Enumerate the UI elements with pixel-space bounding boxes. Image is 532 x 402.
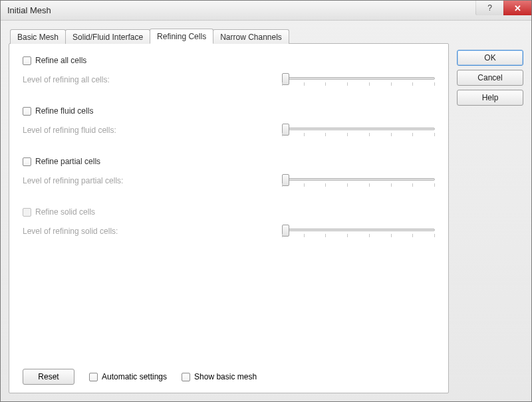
tab-refining-cells[interactable]: Refining Cells bbox=[150, 29, 213, 44]
refine-solid-cells-group: Refine solid cells Level of refining sol… bbox=[23, 207, 435, 239]
automatic-settings-checkbox[interactable] bbox=[89, 373, 98, 381]
slider-ticks bbox=[282, 133, 435, 137]
reset-button-label: Reset bbox=[38, 372, 59, 381]
help-icon: ? bbox=[487, 3, 492, 13]
refine-all-cells-group: Refine all cells Level of refining all c… bbox=[23, 56, 435, 88]
show-basic-mesh-checkbox[interactable] bbox=[182, 373, 190, 381]
tab-narrow-channels[interactable]: Narrow Channels bbox=[213, 29, 289, 44]
slider-track bbox=[282, 178, 435, 181]
refine-solid-cells-label: Refine solid cells bbox=[35, 207, 95, 217]
window-title: Initial Mesh bbox=[7, 5, 51, 15]
slider-track bbox=[282, 128, 435, 130]
refine-partial-cells-slider[interactable] bbox=[282, 173, 435, 189]
tab-panel-refining-cells: Refine all cells Level of refining all c… bbox=[9, 43, 449, 393]
titlebar-help-button[interactable]: ? bbox=[475, 1, 503, 15]
refine-all-cells-checkbox[interactable] bbox=[23, 56, 31, 65]
help-button[interactable]: Help bbox=[457, 90, 523, 106]
slider-track bbox=[282, 77, 435, 80]
refine-partial-cells-label: Refine partial cells bbox=[35, 157, 100, 166]
refine-fluid-cells-slider[interactable] bbox=[282, 122, 435, 138]
titlebar-controls: ? ✕ bbox=[475, 1, 531, 15]
side-buttons: OK Cancel Help bbox=[457, 27, 523, 393]
automatic-settings-checkbox-wrap[interactable]: Automatic settings bbox=[89, 372, 167, 381]
refine-fluid-cells-group: Refine fluid cells Level of refining flu… bbox=[23, 106, 435, 138]
titlebar-close-button[interactable]: ✕ bbox=[503, 1, 531, 15]
refine-solid-cells-level-label: Level of refining solid cells: bbox=[23, 227, 118, 236]
refine-all-cells-label: Refine all cells bbox=[35, 56, 86, 65]
refine-partial-cells-level-label: Level of refining partial cells: bbox=[23, 176, 123, 185]
close-icon: ✕ bbox=[514, 3, 521, 13]
show-basic-mesh-label: Show basic mesh bbox=[194, 372, 257, 381]
slider-ticks bbox=[282, 82, 435, 86]
refine-fluid-cells-checkbox[interactable] bbox=[23, 107, 31, 116]
show-basic-mesh-checkbox-wrap[interactable]: Show basic mesh bbox=[182, 372, 257, 381]
titlebar: Initial Mesh ? ✕ bbox=[1, 1, 531, 21]
slider-ticks bbox=[282, 234, 435, 238]
bottom-bar: Reset Automatic settings Show basic mesh bbox=[23, 365, 435, 385]
refine-partial-cells-checkbox[interactable] bbox=[23, 157, 31, 166]
initial-mesh-dialog: Initial Mesh ? ✕ Basic Mesh Solid/Fluid … bbox=[0, 0, 532, 402]
refine-solid-cells-checkbox[interactable] bbox=[23, 208, 31, 217]
client-area: Basic Mesh Solid/Fluid Interface Refinin… bbox=[1, 21, 531, 401]
cancel-button[interactable]: Cancel bbox=[457, 70, 523, 86]
refine-all-cells-level-label: Level of refining all cells: bbox=[23, 75, 110, 84]
slider-track bbox=[282, 229, 435, 231]
slider-ticks bbox=[282, 183, 435, 187]
main-column: Basic Mesh Solid/Fluid Interface Refinin… bbox=[9, 27, 449, 393]
refine-fluid-cells-level-label: Level of refining fluid cells: bbox=[23, 126, 116, 135]
tabbar: Basic Mesh Solid/Fluid Interface Refinin… bbox=[9, 27, 449, 43]
automatic-settings-label: Automatic settings bbox=[102, 372, 167, 381]
tab-basic-mesh[interactable]: Basic Mesh bbox=[10, 29, 66, 44]
refine-solid-cells-slider[interactable] bbox=[282, 223, 435, 239]
refine-fluid-cells-label: Refine fluid cells bbox=[35, 106, 93, 116]
refine-all-cells-slider[interactable] bbox=[282, 72, 435, 88]
ok-button[interactable]: OK bbox=[457, 50, 523, 66]
refine-partial-cells-group: Refine partial cells Level of refining p… bbox=[23, 157, 435, 189]
tab-solid-fluid-interface[interactable]: Solid/Fluid Interface bbox=[65, 29, 150, 44]
reset-button[interactable]: Reset bbox=[23, 369, 74, 385]
